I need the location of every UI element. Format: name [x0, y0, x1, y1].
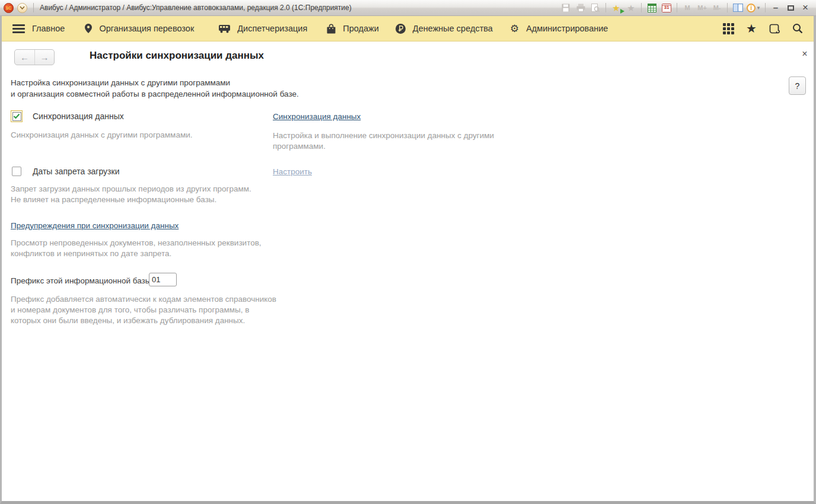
sync-link-description: Настройка и выполнение синхронизации дан… [273, 130, 494, 152]
sync-checkbox-label[interactable]: Синхронизация данных [33, 111, 124, 121]
back-button[interactable]: ← [15, 50, 34, 65]
check-icon [13, 113, 20, 119]
sync-description: Синхронизация данных с другими программа… [11, 130, 192, 141]
search-button[interactable] [791, 22, 804, 35]
add-to-favorites-icon[interactable]: ★ [610, 2, 622, 14]
window-title: Авибус / Администратор / Авибус:Управлен… [40, 4, 352, 12]
help-button[interactable]: ? [789, 76, 806, 95]
menu-item-glavnoe[interactable]: Главное [32, 24, 65, 33]
sync-warnings-link[interactable]: Предупреждения при синхронизации данных [11, 221, 179, 230]
calculator-icon[interactable] [646, 2, 658, 14]
load-ban-checkbox-row: Даты запрета загрузки [12, 167, 119, 176]
nav-history-buttons: ← → [14, 49, 55, 65]
print-preview-icon[interactable] [589, 2, 601, 14]
bus-icon [219, 24, 230, 33]
gear-icon: ⚙ [510, 24, 519, 34]
split-window-icon[interactable] [732, 2, 744, 14]
history-scroll-icon [769, 23, 780, 34]
menu-item-denezhnye-sredstva[interactable]: Денежные средства [396, 24, 493, 34]
toolbar-separator [677, 3, 677, 12]
hamburger-menu-button[interactable] [12, 24, 25, 33]
main-menubar: Главное Организация перевозок Диспетчери… [2, 16, 814, 42]
1c-logo-icon: 1С [4, 3, 14, 13]
search-icon [792, 23, 803, 34]
info-icon: i [747, 4, 756, 12]
menu-item-administrirovanie[interactable]: ⚙ Администрирование [510, 24, 608, 34]
sync-checkbox-row: Синхронизация данных [11, 110, 124, 122]
system-menu-button[interactable] [17, 3, 27, 13]
calendar-icon[interactable]: 31 [661, 2, 672, 14]
menu-item-prodazhi[interactable]: Продажи [327, 24, 379, 34]
favorites-icon[interactable]: ★ [625, 2, 637, 14]
warnings-description: Просмотр непроведенных документов, незап… [11, 238, 262, 259]
titlebar-separator [33, 3, 34, 12]
memory-recall-button[interactable]: M [681, 2, 693, 14]
configure-load-ban-link[interactable]: Настроить [273, 167, 312, 176]
settings-page: ← → Настройки синхронизации данных × Нас… [2, 42, 814, 500]
titlebar-left: 1С Авибус / Администратор / Авибус:Управ… [4, 3, 352, 13]
close-window-button[interactable]: × [799, 2, 811, 14]
app-window: 1С Авибус / Администратор / Авибус:Управ… [0, 0, 816, 504]
toolbar-separator [727, 3, 728, 12]
toolbar-separator [605, 3, 606, 12]
prefix-input[interactable] [149, 273, 177, 286]
app-frame: Главное Организация перевозок Диспетчери… [0, 16, 816, 504]
titlebar: 1С Авибус / Администратор / Авибус:Управ… [0, 0, 816, 16]
print-icon[interactable] [575, 2, 586, 14]
prefix-label: Префикс этой информационной базы: [11, 276, 153, 285]
load-ban-description: Запрет загрузки данных прошлых периодов … [11, 184, 251, 205]
shopping-bag-icon [327, 24, 336, 34]
ruble-circle-icon [396, 24, 406, 34]
memory-plus-button[interactable]: M+ [696, 2, 708, 14]
menu-item-dispetcherizaciya[interactable]: Диспетчеризация [219, 24, 307, 33]
calendar-day-label: 31 [662, 5, 671, 10]
maximize-icon [788, 5, 794, 11]
toolbar-separator [641, 3, 642, 12]
save-icon[interactable] [560, 2, 572, 14]
toolbar-separator [765, 3, 766, 12]
load-ban-checkbox-label[interactable]: Даты запрета загрузки [33, 167, 119, 176]
minimize-button[interactable]: – [770, 2, 782, 14]
chevron-down-icon: ▼ [756, 5, 761, 11]
location-pin-icon [85, 24, 92, 33]
forward-button[interactable]: → [34, 50, 54, 65]
load-ban-checkbox[interactable] [12, 167, 21, 176]
memory-minus-button[interactable]: M- [711, 2, 723, 14]
prefix-description: Префикс добавляется автоматически к кода… [11, 294, 276, 326]
menu-item-organizaciya-perevozok[interactable]: Организация перевозок [85, 24, 194, 33]
page-intro-text: Настройка синхронизации данных с другими… [11, 77, 299, 100]
logo-text: 1С [5, 5, 11, 11]
titlebar-toolbar: ★ ★ 31 M M+ M- i ▼ [560, 2, 811, 14]
info-menu-button[interactable]: i ▼ [747, 2, 761, 14]
page-close-button[interactable]: × [799, 49, 810, 59]
maximize-button[interactable] [785, 2, 796, 14]
favorites-button[interactable]: ★ [745, 22, 758, 35]
page-title: Настройки синхронизации данных [90, 50, 264, 62]
grid-dots-icon [723, 23, 734, 34]
history-button[interactable] [768, 22, 781, 35]
green-arrow-icon [620, 9, 624, 14]
sync-settings-link[interactable]: Синхронизация данных [273, 112, 361, 121]
functions-menu-button[interactable] [722, 22, 735, 35]
menubar-right-tools: ★ [722, 22, 804, 35]
chevron-down-icon [20, 6, 25, 9]
sync-checkbox[interactable] [11, 110, 23, 122]
